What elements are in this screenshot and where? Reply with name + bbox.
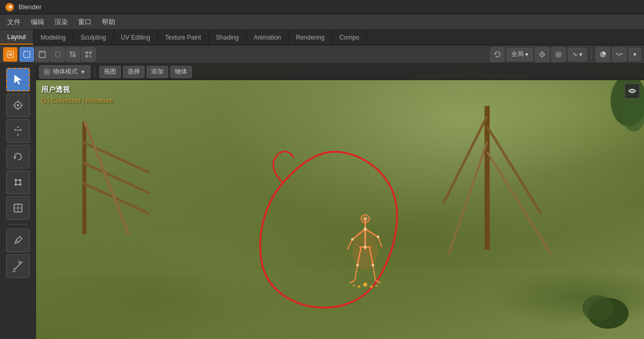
tab-shading[interactable]: Shading [209, 30, 246, 45]
app-title: Blender [19, 3, 42, 11]
title-bar: Blender [0, 0, 644, 14]
select-mode-lasso[interactable] [50, 47, 65, 62]
fence-left [67, 111, 221, 265]
select-mode-paint[interactable] [66, 47, 80, 62]
tree-bottom-right [577, 288, 629, 329]
svg-point-38 [582, 295, 613, 321]
viewport-overlay-btn[interactable] [624, 83, 640, 99]
svg-line-56 [347, 239, 352, 250]
svg-point-71 [363, 282, 367, 287]
svg-point-27 [19, 179, 21, 181]
menu-window[interactable]: 窗口 [73, 14, 97, 30]
proportional-dropdown[interactable]: ∿ ▾ [568, 48, 587, 61]
snap-icon-btn[interactable] [535, 47, 549, 62]
workspace-tabs: Layout Modeling Sculpting UV Editing Tex… [0, 30, 644, 45]
svg-rect-14 [89, 51, 92, 54]
left-sidebar [0, 64, 36, 339]
select-mode-group [20, 47, 96, 62]
svg-point-73 [370, 285, 373, 288]
tab-sculpting[interactable]: Sculpting [74, 30, 114, 45]
svg-point-65 [364, 228, 367, 231]
svg-rect-32 [45, 70, 48, 73]
svg-point-26 [14, 179, 16, 181]
svg-point-28 [14, 183, 16, 185]
tab-compositing[interactable]: Compo [332, 30, 367, 45]
select-mode-more[interactable] [81, 47, 96, 62]
svg-line-63 [350, 280, 355, 283]
svg-point-74 [353, 285, 355, 287]
sync-icon-btn[interactable] [490, 47, 505, 62]
svg-point-24 [16, 104, 19, 106]
select-mode-box[interactable] [20, 47, 34, 62]
add-menu-btn[interactable]: 添加 [147, 66, 168, 78]
svg-point-68 [377, 236, 380, 238]
svg-line-48 [487, 152, 551, 255]
viewport[interactable]: 物体模式 ▾ 视图 选择 添加 物体 用户透视 (1) Collection |… [36, 64, 644, 339]
toolbar-sep-1 [591, 49, 592, 60]
svg-point-29 [19, 183, 21, 185]
transform-tool-btn[interactable] [6, 196, 30, 220]
object-menu-btn[interactable]: 物体 [170, 66, 192, 78]
view-menu-btn[interactable]: 视图 [99, 66, 121, 78]
svg-rect-4 [9, 53, 12, 56]
svg-point-18 [542, 53, 543, 55]
tab-layout[interactable]: Layout [0, 30, 33, 45]
main-area: 物体模式 ▾ 视图 选择 添加 物体 用户透视 (1) Collection |… [0, 64, 644, 339]
select-box-icon-btn[interactable] [3, 47, 17, 62]
svg-line-57 [378, 237, 382, 247]
menu-bar: 文件 编辑 渲染 窗口 帮助 [0, 14, 644, 30]
transform-orientation-group: 全局 ▾ ∿ ▾ [490, 47, 641, 62]
tab-texture-paint[interactable]: Texture Paint [158, 30, 209, 45]
object-mode-dropdown[interactable]: 物体模式 ▾ [39, 65, 91, 79]
svg-rect-13 [85, 51, 88, 54]
svg-rect-9 [70, 51, 73, 54]
shading-wave-btn[interactable] [612, 47, 627, 62]
rotate-tool-btn[interactable] [6, 145, 30, 168]
cursor-tool-btn[interactable] [6, 93, 30, 117]
shading-circle-btn[interactable] [596, 47, 610, 62]
svg-rect-12 [73, 54, 76, 57]
scale-tool-btn[interactable] [6, 171, 30, 194]
svg-point-53 [363, 217, 367, 221]
global-dropdown[interactable]: 全局 ▾ [507, 48, 533, 61]
svg-line-46 [487, 126, 541, 214]
svg-point-21 [558, 54, 559, 55]
tab-modeling[interactable]: Modeling [33, 30, 74, 45]
svg-rect-5 [24, 51, 30, 58]
svg-point-2 [10, 5, 12, 8]
proportional-icon-btn[interactable] [551, 47, 566, 62]
menu-file[interactable]: 文件 [2, 14, 26, 30]
select-tool-btn[interactable] [6, 68, 30, 91]
vp-header-sep1 [95, 67, 95, 77]
svg-point-72 [357, 285, 361, 288]
tab-uv-editing[interactable]: UV Editing [114, 30, 158, 45]
shading-dropdown[interactable]: ▾ [629, 48, 641, 61]
svg-point-75 [375, 285, 378, 287]
armature-figure [339, 209, 391, 291]
svg-rect-39 [82, 121, 86, 234]
annotate-tool-btn[interactable] [6, 229, 30, 252]
menu-render[interactable]: 渲染 [49, 14, 73, 30]
svg-line-61 [355, 265, 357, 280]
menu-edit[interactable]: 编辑 [26, 14, 49, 30]
move-tool-btn[interactable] [6, 119, 30, 143]
svg-rect-8 [43, 51, 44, 53]
svg-line-64 [375, 280, 381, 283]
svg-point-70 [372, 264, 374, 267]
svg-point-34 [632, 90, 633, 91]
select-menu-btn[interactable]: 选择 [123, 66, 145, 78]
measure-tool-btn[interactable] [6, 254, 30, 278]
menu-help[interactable]: 帮助 [97, 14, 120, 30]
svg-line-47 [449, 142, 487, 255]
blender-logo-icon [5, 3, 14, 12]
svg-rect-7 [41, 51, 42, 53]
fence-right [438, 101, 567, 280]
select-mode-circle[interactable] [35, 47, 49, 62]
viewport-header: 物体模式 ▾ 视图 选择 添加 物体 [36, 64, 644, 80]
tool-separator [9, 224, 27, 224]
svg-rect-16 [89, 55, 92, 58]
svg-point-66 [364, 246, 367, 249]
tab-animation[interactable]: Animation [246, 30, 289, 45]
header-toolbar: 全局 ▾ ∿ ▾ [0, 45, 644, 64]
tab-rendering[interactable]: Rendering [289, 30, 332, 45]
